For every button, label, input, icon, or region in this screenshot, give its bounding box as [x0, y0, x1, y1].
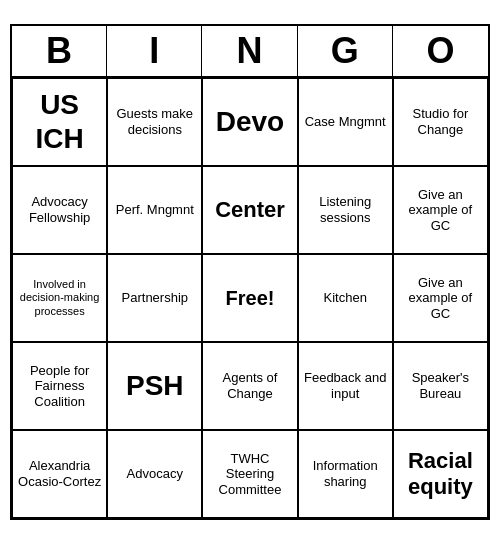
bingo-cell-5: Advocacy Fellowship: [12, 166, 107, 254]
bingo-cell-1: Guests make decisions: [107, 78, 202, 166]
bingo-cell-9: Give an example of GC: [393, 166, 488, 254]
bingo-letter-b: B: [12, 26, 107, 76]
bingo-cell-12: Free!: [202, 254, 297, 342]
bingo-cell-21: Advocacy: [107, 430, 202, 518]
bingo-cell-8: Listening sessions: [298, 166, 393, 254]
bingo-cell-24: Racial equity: [393, 430, 488, 518]
bingo-cell-18: Feedback and input: [298, 342, 393, 430]
bingo-letter-n: N: [202, 26, 297, 76]
bingo-cell-16: PSH: [107, 342, 202, 430]
bingo-cell-20: Alexandria Ocasio-Cortez: [12, 430, 107, 518]
bingo-cell-0: US ICH: [12, 78, 107, 166]
bingo-cell-15: People for Fairness Coalition: [12, 342, 107, 430]
bingo-cell-11: Partnership: [107, 254, 202, 342]
bingo-cell-22: TWHC Steering Committee: [202, 430, 297, 518]
bingo-letter-i: I: [107, 26, 202, 76]
bingo-card: BINGO US ICHGuests make decisionsDevoCas…: [10, 24, 490, 520]
bingo-cell-17: Agents of Change: [202, 342, 297, 430]
bingo-letter-o: O: [393, 26, 488, 76]
bingo-cell-4: Studio for Change: [393, 78, 488, 166]
bingo-header: BINGO: [12, 26, 488, 78]
bingo-cell-7: Center: [202, 166, 297, 254]
bingo-grid: US ICHGuests make decisionsDevoCase Mngm…: [12, 78, 488, 518]
bingo-cell-2: Devo: [202, 78, 297, 166]
bingo-cell-13: Kitchen: [298, 254, 393, 342]
bingo-cell-23: Information sharing: [298, 430, 393, 518]
bingo-cell-14: Give an example of GC: [393, 254, 488, 342]
bingo-cell-19: Speaker's Bureau: [393, 342, 488, 430]
bingo-cell-6: Perf. Mngmnt: [107, 166, 202, 254]
bingo-letter-g: G: [298, 26, 393, 76]
bingo-cell-10: Involved in decision-making processes: [12, 254, 107, 342]
bingo-cell-3: Case Mngmnt: [298, 78, 393, 166]
